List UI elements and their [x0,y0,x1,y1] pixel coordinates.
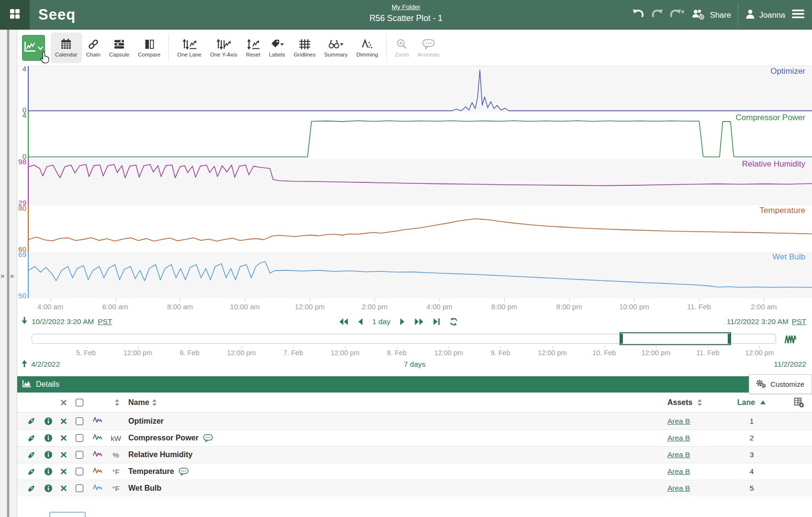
redo-button[interactable] [651,9,664,21]
expand-panel-left-2[interactable]: » [10,30,17,517]
investigate-range-end[interactable]: 11/2/2022 [774,360,806,369]
lane-plot[interactable]: Compressor Power [28,112,812,159]
item-info-button[interactable] [44,484,53,493]
lane-plot[interactable]: Wet Bulb [28,252,812,298]
asset-swap-button[interactable] [27,484,35,493]
trend-chart[interactable]: 40Optimizer40Compressor Power9829Relativ… [17,66,812,298]
tool-reset-button[interactable]: Reset [242,33,265,63]
overview-signals-icon[interactable] [784,333,797,347]
timezone-link[interactable]: PST [98,317,112,326]
timezone-link[interactable]: PST [792,317,806,326]
signal-row[interactable]: OptimizerArea B1 [17,413,812,429]
tool-chain-button[interactable]: Chain [82,33,105,63]
app-switcher-button[interactable] [0,0,30,30]
overview-track[interactable] [32,334,776,344]
asset-link[interactable]: Area B [667,484,690,493]
remove-item-button[interactable] [61,485,67,491]
select-item-checkbox[interactable] [76,417,83,425]
add-column-button[interactable] [793,397,804,408]
sort-assets-button[interactable] [697,399,702,406]
select-item-checkbox[interactable] [76,468,83,475]
sort-lane-button[interactable] [760,400,766,405]
view-mode-button[interactable] [22,35,45,61]
share-button[interactable]: Share [691,8,731,22]
step-size-label[interactable]: 1 day [372,317,391,326]
y-axis[interactable]: 8060 [17,205,28,252]
signal-row[interactable]: °FTemperatureArea B4 [17,463,812,480]
step-back-full-button[interactable] [339,318,349,326]
range-start-arrow-icon [21,316,28,326]
tool-compare-button[interactable]: Compare [134,33,165,63]
tool-dimming-button[interactable]: Dimming [352,33,382,63]
y-axis[interactable]: 40 [17,112,28,159]
details-table-header: Name Assets Lane [17,393,812,413]
asset-link[interactable]: Area B [667,434,690,442]
select-item-checkbox[interactable] [76,484,83,492]
remove-item-button[interactable] [61,452,67,458]
remove-all-button[interactable] [61,400,67,405]
tool-one-y-axis-button[interactable]: One Y-Axis [206,33,242,63]
remove-item-button[interactable] [61,469,67,474]
step-forward-full-button[interactable] [414,318,424,326]
overview-selection[interactable] [620,332,731,345]
item-name[interactable]: Compressor Power [128,434,199,442]
item-info-button[interactable] [44,417,53,426]
asset-swap-button[interactable] [27,417,35,425]
display-range-start[interactable]: 10/2/2022 3:20 AM [32,317,94,326]
user-menu[interactable]: Joanna [745,9,785,21]
item-info-button[interactable] [44,450,53,459]
collapsed-panels: » » [0,30,17,517]
item-info-button[interactable] [44,434,53,442]
asset-swap-button[interactable] [27,434,35,442]
tool-gridlines-button[interactable]: Gridlines [290,33,320,63]
redo-all-button[interactable] [670,9,685,21]
asset-swap-button[interactable] [27,451,35,459]
customize-button[interactable]: Customize [749,374,812,394]
expand-panel-left-1[interactable]: » [0,30,7,517]
signal-row[interactable]: °FWet BulbArea B5 [17,480,812,496]
step-to-end-button[interactable] [433,318,440,326]
calendar-icon [60,38,72,51]
tool-capsule-button[interactable]: Capsule [105,33,134,63]
investigate-range-start[interactable]: 4/2/2022 [31,360,60,369]
asset-swap-button[interactable] [27,468,35,476]
undo-button[interactable] [632,9,644,21]
breadcrumb[interactable]: My Folder [392,3,420,11]
item-info-button[interactable] [44,467,53,476]
sort-name-button[interactable] [152,399,157,406]
select-item-checkbox[interactable] [76,451,83,459]
annotation-icon[interactable] [203,434,213,442]
main-menu-button[interactable] [792,9,804,21]
lane-plot[interactable]: Temperature [28,205,812,252]
signal-row[interactable]: %Relative HumidityArea B3 [17,446,812,463]
annotation-icon[interactable] [179,468,189,476]
signal-row[interactable]: kWCompressor PowerArea B2 [17,429,812,446]
lane-plot[interactable]: Optimizer [28,66,812,112]
auto-update-button[interactable] [449,317,458,326]
asset-link[interactable]: Area B [667,450,690,459]
mouse-cursor [40,51,51,66]
tool-calendar-button[interactable]: Calendar [51,33,82,63]
remove-item-button[interactable] [61,435,67,441]
item-name[interactable]: Relative Humidity [128,450,192,459]
tool-labels-button[interactable]: Labels [265,33,290,63]
step-forward-button[interactable] [399,318,405,326]
range-duration[interactable]: 7 days [404,360,426,369]
sort-type-button[interactable] [114,399,120,406]
item-name[interactable]: Wet Bulb [128,484,161,493]
asset-link[interactable]: Area B [667,467,690,476]
remove-item-button[interactable] [61,418,67,424]
lane-plot[interactable]: Relative Humidity [28,159,812,205]
item-name[interactable]: Temperature [128,467,174,476]
asset-link[interactable]: Area B [667,417,690,426]
display-range-end[interactable]: 11/2/2022 3:20 AM [727,317,789,326]
y-axis[interactable]: 40 [17,66,28,112]
select-item-checkbox[interactable] [76,434,83,442]
tool-summary-button[interactable]: Summary [320,33,352,63]
step-back-button[interactable] [358,318,363,326]
y-axis[interactable]: 9829 [17,159,28,205]
y-axis[interactable]: 6950 [17,252,28,298]
select-all-checkbox[interactable] [76,399,83,406]
item-name[interactable]: Optimizer [128,417,164,426]
tool-one-lane-button[interactable]: One Lane [173,33,206,63]
